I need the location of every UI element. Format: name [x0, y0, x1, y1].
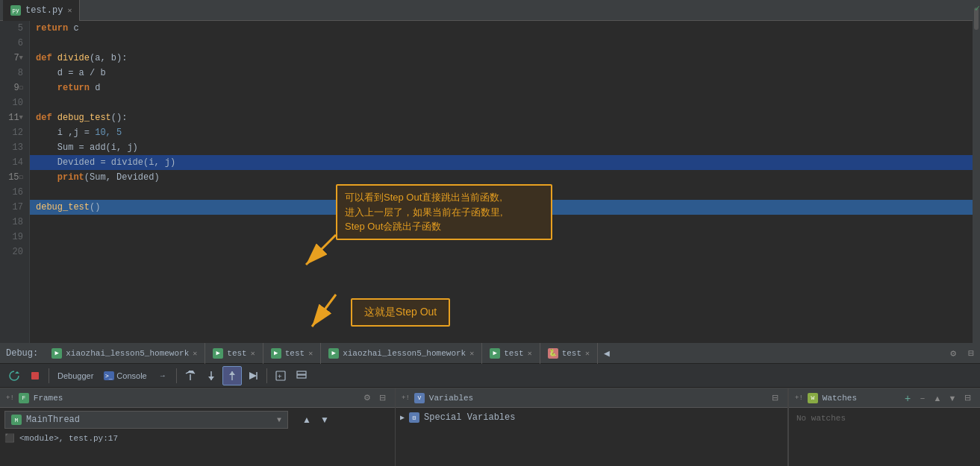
variables-label: Variables — [429, 394, 473, 403]
code-line-16 — [30, 185, 980, 200]
step-over-button[interactable] — [181, 366, 200, 385]
session-close-4[interactable]: ✕ — [528, 349, 532, 358]
debugger-label: Debugger — [57, 371, 93, 380]
frames-expand-arrow[interactable]: +! — [6, 394, 14, 402]
code-line-13: Sum = add(i, j) — [30, 140, 980, 155]
evaluate-button[interactable]: + — [271, 366, 290, 385]
expand-button[interactable]: ⊟ — [962, 347, 980, 359]
code-line-19 — [30, 230, 980, 245]
debug-label: Debug: — [0, 348, 44, 359]
editor-tab[interactable]: py test.py ✕ — [3, 0, 80, 21]
watches-down-button[interactable]: ▼ — [946, 391, 959, 405]
vars-expand-arrow[interactable]: +! — [402, 394, 410, 402]
frames-thread-label: MainThread — [26, 415, 80, 425]
code-lines: return c def divide(a, b): d = a / b ret… — [30, 21, 980, 343]
scrollbar-right[interactable]: ✓ — [973, 0, 980, 343]
rerun-button[interactable] — [4, 366, 24, 385]
remove-watch-button[interactable]: − — [916, 391, 929, 405]
debugger-tab-button[interactable]: Debugger — [53, 366, 98, 385]
line-num-13: 13 — [6, 140, 23, 155]
frames-close-button[interactable]: ⊟ — [375, 391, 389, 405]
add-watch-button[interactable]: + — [901, 391, 914, 405]
watches-close-button[interactable]: ⊟ — [961, 391, 974, 405]
tab-close-button[interactable]: ✕ — [67, 6, 72, 15]
stop-button[interactable] — [25, 366, 45, 385]
special-vars-label: Special Variables — [424, 412, 515, 423]
session-icon-2: ▶ — [271, 348, 281, 359]
code-line-20 — [30, 245, 980, 259]
frames-dropdown[interactable]: M MainThread ▼ — [4, 411, 288, 429]
svg-marker-4 — [15, 371, 19, 374]
frames-view-button[interactable] — [292, 366, 311, 385]
step-out-icon — [227, 371, 237, 381]
step-into-button[interactable] — [202, 366, 221, 385]
debug-session-tab-0[interactable]: ▶ xiaozhai_lesson5_homework ✕ — [44, 343, 205, 364]
svg-marker-14 — [249, 372, 257, 380]
session-close-5[interactable]: ✕ — [585, 349, 590, 358]
line-num-7: 7 ▼ — [6, 51, 23, 66]
svg-text:>_: >_ — [105, 373, 113, 380]
debug-settings-button[interactable]: ⚙ — [944, 347, 962, 359]
session-close-3[interactable]: ✕ — [469, 349, 474, 358]
tab-label: test.py — [25, 5, 63, 16]
frame-item-label: <module>, test.py:17 — [19, 434, 118, 443]
watches-actions: + − ▲ ▼ ⊟ — [901, 391, 974, 405]
line-numbers: 5 6 7 ▼ 8 9 ◻ 10 11 ▼ 12 13 14 15 ◻ 16 1… — [0, 21, 30, 343]
bookmark-indicator: ✓ — [975, 3, 980, 14]
step-out-button[interactable] — [222, 366, 242, 385]
debug-session-tab-4[interactable]: ▶ test ✕ — [482, 343, 540, 364]
svg-marker-13 — [229, 371, 235, 375]
sessions-back-button[interactable]: ◀ — [598, 347, 616, 359]
code-container: 5 6 7 ▼ 8 9 ◻ 10 11 ▼ 12 13 14 15 ◻ 16 1… — [0, 21, 980, 343]
line-num-15: 15 ◻ — [6, 170, 23, 185]
debug-session-tab-5[interactable]: 🐍 test ✕ — [540, 343, 598, 364]
special-vars-expand[interactable]: ▶ — [400, 413, 405, 422]
frames-header: +! F Frames ⚙ ⊟ — [0, 388, 395, 408]
console-label: Console — [116, 371, 146, 380]
step-into-icon — [206, 371, 216, 381]
session-close-2[interactable]: ✕ — [308, 349, 313, 358]
no-watches-text: No watches — [793, 411, 976, 426]
separator-3 — [266, 368, 267, 383]
frames-settings-button[interactable]: ⚙ — [361, 391, 374, 405]
frames-down-button[interactable]: ▼ — [316, 412, 333, 428]
session-close-0[interactable]: ✕ — [193, 349, 197, 358]
debug-tools-row: Debugger >_ Console → + — [0, 364, 980, 388]
session-close-1[interactable]: ✕ — [251, 349, 255, 358]
tab-bar: py test.py ✕ — [0, 0, 980, 21]
session-label-3: xiaozhai_lesson5_homework — [343, 349, 466, 358]
debug-header-row: Debug: ▶ xiaozhai_lesson5_homework ✕ ▶ t… — [0, 343, 980, 364]
code-line-12: i ,j = 10, 5 — [30, 125, 980, 140]
line-num-8: 8 — [6, 66, 23, 81]
debug-session-tab-2[interactable]: ▶ test ✕ — [263, 343, 321, 364]
watches-up-button[interactable]: ▲ — [931, 391, 944, 405]
frames-icon — [296, 371, 307, 381]
run-to-cursor-button[interactable] — [243, 366, 263, 385]
debug-session-tab-1[interactable]: ▶ test ✕ — [205, 343, 263, 364]
frame-item: ⬛ <module>, test.py:17 — [4, 432, 390, 444]
separator-1 — [49, 368, 49, 383]
redirect-input-button[interactable]: → — [153, 366, 172, 385]
line-num-14: 14 — [6, 155, 23, 170]
session-icon-0: ▶ — [52, 348, 62, 359]
frames-nav: ▲ ▼ — [299, 412, 333, 428]
code-line-10 — [30, 95, 980, 110]
frames-icon: F — [19, 393, 29, 403]
watches-label: Watches — [823, 394, 857, 403]
watches-panel: +! W Watches + − ▲ ▼ ⊟ No watches 创 创新互联… — [788, 388, 980, 466]
variables-header: +! V Variables ⊟ — [396, 388, 787, 408]
svg-marker-11 — [208, 377, 214, 380]
code-line-18 — [30, 215, 980, 230]
debug-session-tab-3[interactable]: ▶ xiaozhai_lesson5_homework ✕ — [321, 343, 482, 364]
variables-icon: V — [414, 393, 425, 403]
watches-expand-arrow[interactable]: +! — [795, 394, 803, 402]
variables-close-button[interactable]: ⊟ — [768, 391, 781, 405]
redirect-icon: → — [159, 371, 166, 380]
session-label-1: test — [227, 349, 246, 358]
special-vars-row: ▶ ⊟ Special Variables — [400, 411, 783, 424]
session-icon-1: ▶ — [213, 348, 223, 359]
console-tab-button[interactable]: >_ Console — [99, 366, 151, 385]
frames-content: M MainThread ▼ ▲ ▼ ⬛ <module>, test.py:1… — [0, 408, 395, 466]
session-label-2: test — [285, 349, 305, 358]
frames-up-button[interactable]: ▲ — [299, 412, 315, 428]
